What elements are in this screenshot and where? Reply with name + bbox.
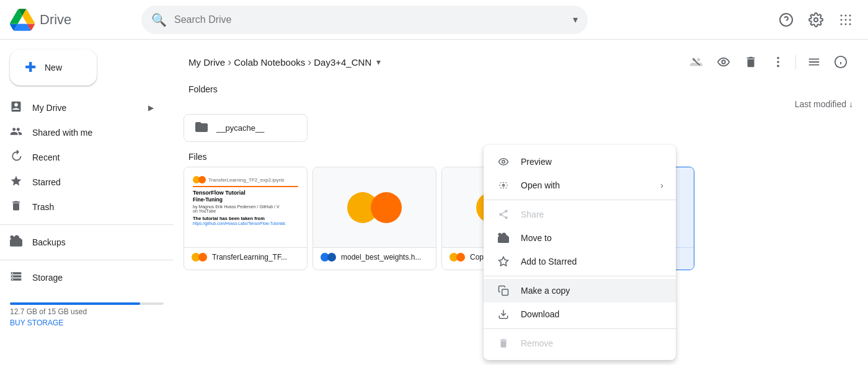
apps-button[interactable] — [833, 7, 858, 32]
svg-point-2 — [814, 18, 818, 22]
svg-point-13 — [722, 60, 725, 64]
expand-icon: ▶ — [148, 103, 154, 112]
buy-storage-link[interactable]: BUY STORAGE — [10, 319, 164, 327]
svg-point-16 — [777, 65, 779, 68]
svg-point-24 — [503, 185, 505, 187]
breadcrumb-actions — [684, 50, 853, 74]
plus-icon: ✚ — [25, 59, 36, 76]
share-icon — [496, 209, 511, 220]
preview-icon — [496, 156, 511, 167]
svg-rect-25 — [502, 289, 508, 296]
breadcrumb-colab-notebooks[interactable]: Colab Notebooks — [234, 57, 305, 68]
sidebar-item-storage-label: Storage — [32, 273, 63, 283]
sort-icon: ↓ — [849, 99, 853, 109]
search-input[interactable] — [174, 14, 565, 25]
file-name-transfer: TransferLearning_TF... — [212, 253, 299, 262]
nb-by: by Magnus Erik Hvass Pedersen / GitHub /… — [193, 204, 298, 209]
file-card-model-weights[interactable]: model_best_weights.h... — [312, 167, 436, 270]
svg-point-4 — [845, 14, 847, 16]
file-footer: TransferLearning_TF... — [184, 248, 307, 266]
help-button[interactable] — [774, 7, 799, 32]
folder-item-pycache[interactable]: __pycache__ — [184, 114, 308, 142]
main-layout: ✚ New My Drive ▶ Shared with me Recent — [0, 40, 868, 365]
colab-o-small — [198, 176, 206, 183]
breadcrumb-dropdown-icon[interactable]: ▾ — [376, 57, 381, 67]
breadcrumb-sep-1: › — [228, 56, 231, 69]
info-button[interactable] — [828, 50, 853, 74]
my-drive-icon — [10, 100, 22, 116]
file-preview: TransferLearning_TF2_exp2.ipynb TensorFl… — [184, 167, 307, 248]
storage-bar-fill — [10, 302, 140, 305]
sidebar-item-shared[interactable]: Shared with me — [0, 120, 164, 145]
menu-item-add-starred[interactable]: Add to Starred — [484, 250, 676, 273]
menu-item-remove: Remove — [484, 332, 676, 355]
add-starred-icon — [496, 256, 511, 267]
open-with-label: Open with — [521, 180, 560, 190]
sidebar-item-recent[interactable]: Recent — [0, 145, 164, 170]
svg-point-5 — [849, 14, 851, 16]
svg-point-14 — [777, 57, 779, 59]
recent-icon — [10, 150, 22, 165]
sidebar-item-backups[interactable]: Backups — [0, 230, 164, 255]
svg-point-9 — [841, 23, 843, 25]
file-name-model: model_best_weights.h... — [341, 253, 428, 262]
colab-footer-icon — [192, 253, 207, 262]
sidebar-divider — [0, 224, 174, 225]
download-icon — [496, 309, 511, 320]
svg-point-23 — [502, 161, 505, 164]
nb-on: on YouTube — [193, 209, 298, 213]
menu-item-preview[interactable]: Preview — [484, 150, 676, 174]
breadcrumb-my-drive[interactable]: My Drive — [188, 57, 225, 68]
sidebar-item-trash[interactable]: Trash — [0, 195, 164, 219]
menu-item-open-with[interactable]: Open with › — [484, 174, 676, 197]
sidebar-item-starred[interactable]: Starred — [0, 170, 164, 195]
sidebar-item-storage[interactable]: Storage — [0, 265, 164, 290]
shared-icon — [10, 125, 22, 141]
breadcrumb-sep-2: › — [308, 56, 311, 69]
download-label: Download — [521, 309, 559, 319]
last-modified-header: Last modified ↓ — [174, 99, 868, 114]
logo: Drive — [10, 7, 134, 32]
folder-name: __pycache__ — [216, 123, 264, 133]
sidebar-item-my-drive[interactable]: My Drive ▶ — [0, 95, 164, 120]
more-options-button[interactable] — [766, 50, 790, 74]
remove-icon — [496, 338, 511, 349]
colab-filename: TransferLearning_TF2_exp2.ipynb — [208, 177, 284, 183]
copy-o — [456, 253, 465, 262]
new-button-label: New — [45, 63, 62, 73]
menu-item-download[interactable]: Download — [484, 302, 676, 326]
delete-button[interactable] — [738, 50, 763, 74]
divider — [795, 55, 796, 69]
colab-logo-small — [193, 176, 206, 183]
sidebar-item-starred-label: Starred — [32, 177, 61, 187]
breadcrumb-current: Day3+4_CNN — [314, 57, 371, 68]
share-label: Share — [521, 209, 544, 219]
file-card-transfer-learning[interactable]: TransferLearning_TF2_exp2.ipynb TensorFl… — [184, 167, 308, 270]
sidebar: ✚ New My Drive ▶ Shared with me Recent — [0, 40, 174, 365]
colab-big-2 — [347, 172, 402, 242]
settings-button[interactable] — [804, 7, 828, 32]
new-button[interactable]: ✚ New — [10, 50, 97, 86]
share-folder-button[interactable] — [684, 50, 709, 74]
notebook-orange-bar — [193, 186, 298, 187]
folders-section-header: Folders — [174, 79, 868, 99]
view-button[interactable] — [711, 50, 736, 74]
sidebar-item-trash-label: Trash — [32, 202, 54, 212]
search-dropdown-icon[interactable]: ▾ — [573, 14, 578, 25]
menu-item-move-to[interactable]: Move to — [484, 226, 676, 250]
add-starred-label: Add to Starred — [521, 257, 577, 266]
open-with-arrow: › — [660, 180, 663, 190]
list-view-button[interactable] — [801, 50, 826, 74]
notebook-preview-content: TransferLearning_TF2_exp2.ipynb TensorFl… — [189, 172, 302, 242]
search-icon: 🔍 — [151, 12, 167, 27]
drive-logo-icon — [10, 7, 35, 32]
colab-footer-icon-2 — [321, 253, 336, 262]
menu-divider-2 — [484, 276, 676, 276]
search-bar[interactable]: 🔍 ▾ — [141, 6, 588, 34]
colab-header: TransferLearning_TF2_exp2.ipynb — [193, 176, 298, 183]
sidebar-item-recent-label: Recent — [32, 152, 60, 162]
model-o — [327, 253, 336, 262]
sidebar-item-my-drive-label: My Drive — [32, 103, 66, 113]
menu-item-make-copy[interactable]: Make a copy — [484, 279, 676, 302]
storage-text: 12.7 GB of 15 GB used — [10, 307, 164, 316]
